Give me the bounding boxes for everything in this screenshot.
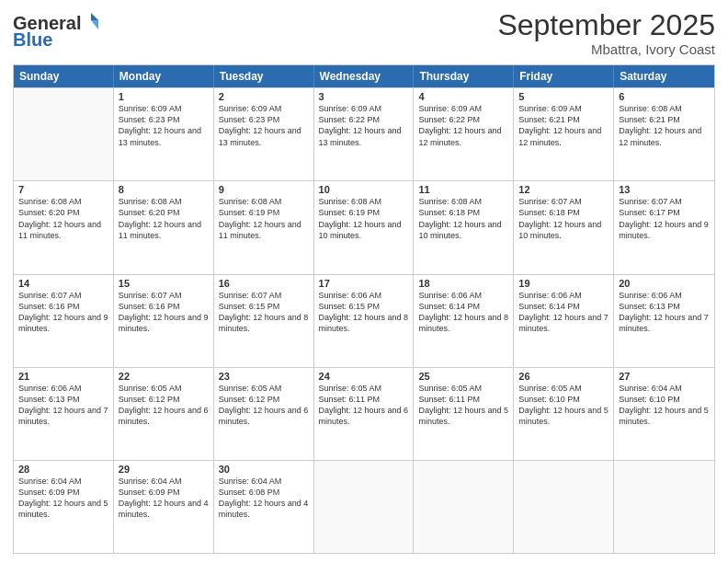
day-number: 13 [619, 184, 710, 195]
table-row: 1Sunrise: 6:09 AM Sunset: 6:23 PM Daylig… [114, 88, 214, 180]
cell-info: Sunrise: 6:09 AM Sunset: 6:21 PM Dayligh… [518, 103, 609, 148]
day-number: 14 [18, 278, 108, 289]
cell-info: Sunrise: 6:08 AM Sunset: 6:20 PM Dayligh… [119, 196, 209, 241]
page: General Blue September 2025 Mbattra, Ivo… [0, 0, 728, 563]
table-row: 9Sunrise: 6:08 AM Sunset: 6:19 PM Daylig… [214, 181, 314, 273]
header: General Blue September 2025 Mbattra, Ivo… [13, 9, 715, 57]
day-number: 9 [219, 184, 309, 195]
header-day-sunday: Sunday [14, 65, 114, 87]
table-row: 25Sunrise: 6:05 AM Sunset: 6:11 PM Dayli… [414, 368, 514, 460]
day-number: 17 [319, 278, 409, 289]
logo-icon [83, 11, 99, 31]
header-day-wednesday: Wednesday [314, 65, 415, 87]
table-row: 3Sunrise: 6:09 AM Sunset: 6:22 PM Daylig… [314, 88, 415, 180]
cell-info: Sunrise: 6:06 AM Sunset: 6:15 PM Dayligh… [319, 290, 409, 335]
table-row: 22Sunrise: 6:05 AM Sunset: 6:12 PM Dayli… [114, 368, 214, 460]
calendar-row-3: 14Sunrise: 6:07 AM Sunset: 6:16 PM Dayli… [14, 274, 714, 367]
table-row: 23Sunrise: 6:05 AM Sunset: 6:12 PM Dayli… [214, 368, 314, 460]
cell-info: Sunrise: 6:08 AM Sunset: 6:21 PM Dayligh… [619, 103, 710, 148]
day-number: 16 [219, 278, 309, 289]
day-number: 2 [219, 91, 309, 102]
day-number: 1 [119, 91, 209, 102]
cell-info: Sunrise: 6:06 AM Sunset: 6:14 PM Dayligh… [518, 290, 609, 335]
day-number: 18 [418, 278, 508, 289]
logo-blue: Blue [13, 29, 99, 50]
day-number: 7 [18, 184, 108, 195]
cell-info: Sunrise: 6:07 AM Sunset: 6:16 PM Dayligh… [119, 290, 209, 335]
svg-marker-1 [91, 20, 98, 29]
day-number: 23 [219, 371, 309, 382]
cell-info: Sunrise: 6:04 AM Sunset: 6:08 PM Dayligh… [219, 476, 309, 521]
cell-info: Sunrise: 6:07 AM Sunset: 6:16 PM Dayligh… [18, 290, 108, 335]
table-row [314, 461, 415, 553]
table-row: 17Sunrise: 6:06 AM Sunset: 6:15 PM Dayli… [314, 275, 415, 367]
cell-info: Sunrise: 6:08 AM Sunset: 6:19 PM Dayligh… [319, 196, 409, 241]
cell-info: Sunrise: 6:06 AM Sunset: 6:13 PM Dayligh… [619, 290, 710, 335]
table-row: 10Sunrise: 6:08 AM Sunset: 6:19 PM Dayli… [314, 181, 415, 273]
month-title: September 2025 [497, 9, 715, 41]
day-number: 8 [119, 184, 209, 195]
header-day-thursday: Thursday [414, 65, 514, 87]
calendar-body: 1Sunrise: 6:09 AM Sunset: 6:23 PM Daylig… [14, 87, 714, 553]
day-number: 19 [518, 278, 609, 289]
table-row: 27Sunrise: 6:04 AM Sunset: 6:10 PM Dayli… [614, 368, 714, 460]
cell-info: Sunrise: 6:09 AM Sunset: 6:23 PM Dayligh… [119, 103, 209, 148]
table-row: 20Sunrise: 6:06 AM Sunset: 6:13 PM Dayli… [614, 275, 714, 367]
table-row: 16Sunrise: 6:07 AM Sunset: 6:15 PM Dayli… [214, 275, 314, 367]
cell-info: Sunrise: 6:05 AM Sunset: 6:12 PM Dayligh… [119, 383, 209, 428]
cell-info: Sunrise: 6:06 AM Sunset: 6:13 PM Dayligh… [18, 383, 108, 428]
table-row: 11Sunrise: 6:08 AM Sunset: 6:18 PM Dayli… [414, 181, 514, 273]
cell-info: Sunrise: 6:07 AM Sunset: 6:17 PM Dayligh… [619, 196, 710, 241]
day-number: 15 [119, 278, 209, 289]
calendar-row-4: 21Sunrise: 6:06 AM Sunset: 6:13 PM Dayli… [14, 367, 714, 460]
table-row: 30Sunrise: 6:04 AM Sunset: 6:08 PM Dayli… [214, 461, 314, 553]
calendar: SundayMondayTuesdayWednesdayThursdayFrid… [13, 64, 715, 554]
calendar-row-2: 7Sunrise: 6:08 AM Sunset: 6:20 PM Daylig… [14, 180, 714, 273]
cell-info: Sunrise: 6:09 AM Sunset: 6:22 PM Dayligh… [319, 103, 409, 148]
cell-info: Sunrise: 6:07 AM Sunset: 6:15 PM Dayligh… [219, 290, 309, 335]
table-row: 26Sunrise: 6:05 AM Sunset: 6:10 PM Dayli… [514, 368, 614, 460]
table-row: 14Sunrise: 6:07 AM Sunset: 6:16 PM Dayli… [14, 275, 114, 367]
header-day-saturday: Saturday [614, 65, 714, 87]
header-day-friday: Friday [514, 65, 614, 87]
cell-info: Sunrise: 6:06 AM Sunset: 6:14 PM Dayligh… [418, 290, 508, 335]
svg-marker-0 [91, 13, 98, 20]
logo-text: General Blue [13, 13, 99, 50]
table-row: 18Sunrise: 6:06 AM Sunset: 6:14 PM Dayli… [414, 275, 514, 367]
table-row [14, 88, 114, 180]
cell-info: Sunrise: 6:08 AM Sunset: 6:18 PM Dayligh… [418, 196, 508, 241]
day-number: 4 [418, 91, 508, 102]
table-row: 5Sunrise: 6:09 AM Sunset: 6:21 PM Daylig… [514, 88, 614, 180]
day-number: 25 [418, 371, 508, 382]
day-number: 28 [18, 464, 108, 475]
table-row: 19Sunrise: 6:06 AM Sunset: 6:14 PM Dayli… [514, 275, 614, 367]
table-row: 15Sunrise: 6:07 AM Sunset: 6:16 PM Dayli… [114, 275, 214, 367]
cell-info: Sunrise: 6:05 AM Sunset: 6:10 PM Dayligh… [518, 383, 609, 428]
subtitle: Mbattra, Ivory Coast [497, 41, 715, 57]
day-number: 24 [319, 371, 409, 382]
table-row: 28Sunrise: 6:04 AM Sunset: 6:09 PM Dayli… [14, 461, 114, 553]
day-number: 10 [319, 184, 409, 195]
header-day-tuesday: Tuesday [214, 65, 314, 87]
day-number: 21 [18, 371, 108, 382]
header-day-monday: Monday [114, 65, 214, 87]
cell-info: Sunrise: 6:05 AM Sunset: 6:11 PM Dayligh… [319, 383, 409, 428]
table-row [514, 461, 614, 553]
cell-info: Sunrise: 6:05 AM Sunset: 6:12 PM Dayligh… [219, 383, 309, 428]
day-number: 30 [219, 464, 309, 475]
day-number: 26 [518, 371, 609, 382]
cell-info: Sunrise: 6:04 AM Sunset: 6:10 PM Dayligh… [619, 383, 710, 428]
table-row [414, 461, 514, 553]
table-row: 29Sunrise: 6:04 AM Sunset: 6:09 PM Dayli… [114, 461, 214, 553]
calendar-row-1: 1Sunrise: 6:09 AM Sunset: 6:23 PM Daylig… [14, 87, 714, 180]
table-row: 12Sunrise: 6:07 AM Sunset: 6:18 PM Dayli… [514, 181, 614, 273]
table-row [614, 461, 714, 553]
day-number: 12 [518, 184, 609, 195]
table-row: 21Sunrise: 6:06 AM Sunset: 6:13 PM Dayli… [14, 368, 114, 460]
table-row: 6Sunrise: 6:08 AM Sunset: 6:21 PM Daylig… [614, 88, 714, 180]
cell-info: Sunrise: 6:08 AM Sunset: 6:20 PM Dayligh… [18, 196, 108, 241]
table-row: 8Sunrise: 6:08 AM Sunset: 6:20 PM Daylig… [114, 181, 214, 273]
day-number: 22 [119, 371, 209, 382]
title-block: September 2025 Mbattra, Ivory Coast [497, 9, 715, 57]
cell-info: Sunrise: 6:04 AM Sunset: 6:09 PM Dayligh… [119, 476, 209, 521]
